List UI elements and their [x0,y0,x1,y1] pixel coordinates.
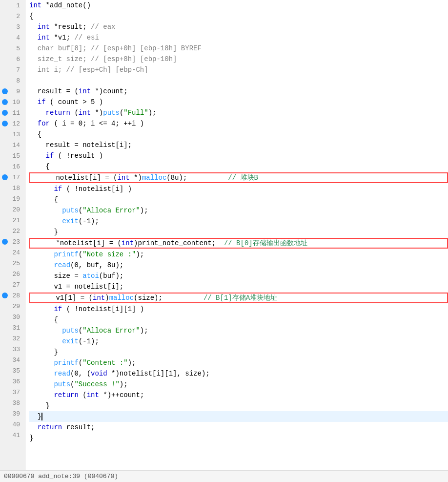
token-kw: int [79,87,91,95]
token-kw: int [122,239,134,247]
gutter-row: 39 [0,408,23,419]
token-plain: (-1); [79,337,99,345]
token-plain [29,152,46,160]
line-number: 9 [9,88,20,95]
code-line: puts("Success !"); [29,379,448,390]
token-plain: ); [120,380,128,388]
token-func: read [54,370,70,377]
token-plain: )print_note_content; [134,239,224,247]
line-number: 24 [9,249,20,256]
token-plain: (size); [134,294,163,302]
token-plain [29,305,54,313]
code-line: printf("Note size :"); [29,249,448,260]
gutter-row: 34 [0,355,23,365]
token-func: atoi [82,272,99,280]
code-line: return (int *)puts("Full"); [29,107,448,118]
gutter-row: 6 [0,54,23,64]
code-line: size = atoi(buf); [29,271,448,281]
code-line: v1[1] = (int)malloc(size); // B[1]存储A堆块地… [29,293,448,303]
gutter-row: 10 [0,97,23,107]
token-plain [29,185,54,193]
token-kw: return [54,391,78,399]
token-plain: ( count > 5 ) [46,98,103,106]
breakpoint-dot[interactable] [2,174,8,180]
code-line: } [29,347,448,357]
token-plain: ( [79,251,82,258]
gutter-row: 41 [0,430,23,440]
token-plain: *result; [50,23,91,31]
line-number: 32 [9,335,20,342]
code-line: result = (int *)count; [29,86,448,97]
gutter-row: 23 [0,236,23,247]
gutter-row: 31 [0,322,23,333]
code-line: char buf[8]; // [esp+0h] [ebp-18h] BYREF [29,43,448,54]
token-plain: *)++count; [99,391,144,399]
token-plain [29,327,62,335]
gutter-row: 32 [0,333,23,344]
breakpoint-dot[interactable] [2,239,8,245]
gutter-row: 37 [0,387,23,398]
breakpoint-dot[interactable] [2,88,8,94]
status-bar: 00000670 add_note:39 (0040670) [0,470,448,482]
gutter-row: 1 [0,0,23,11]
token-plain [29,98,38,106]
code-line: puts("Alloca Error"); [29,205,448,216]
token-plain: ( [70,380,74,388]
token-plain [29,23,38,31]
breakpoint-dot[interactable] [2,293,8,298]
token-kw: int [87,391,99,399]
token-func: malloc [109,294,134,302]
code-line: printf("Content :"); [29,357,448,368]
token-plain: } [29,228,58,236]
gutter-row: 7 [0,64,23,75]
token-plain: ( [70,109,79,117]
token-plain [29,370,54,377]
token-plain: result; [62,423,95,431]
token-comment: char buf[8]; // [esp+0h] [ebp-18h] BYREF [38,44,202,52]
token-plain: } [29,348,58,356]
gutter-row: 40 [0,419,23,430]
token-func: puts [62,207,79,214]
code-line: puts("Alloca Error"); [29,325,448,336]
code-lines[interactable]: int *add_note(){ int *result; // eax int… [25,0,448,470]
code-line [29,75,448,86]
gutter-row: 3 [0,21,23,32]
line-number: 34 [9,356,20,364]
token-plain [29,55,38,63]
token-str: "Alloca Error" [82,207,140,214]
code-line: { [29,314,448,325]
code-line: for ( i = 0; i <= 4; ++i ) [29,118,448,129]
code-line: { [29,11,448,21]
token-plain [29,423,38,431]
gutter-row: 29 [0,301,23,312]
token-func: read [54,261,70,269]
gutter-row: 30 [0,312,23,322]
token-str: "Alloca Error" [82,327,140,335]
breakpoint-dot[interactable] [2,99,8,105]
token-plain [29,120,38,127]
gutter-row: 21 [0,215,23,226]
token-plain: ); [128,359,136,367]
line-number: 21 [9,217,20,224]
token-plain: *) [130,174,142,182]
token-plain: *) [91,109,103,117]
breakpoint-dot[interactable] [2,121,8,126]
code-line: } [29,227,448,237]
gutter-row: 25 [0,258,23,269]
token-func: puts [62,327,79,335]
gutter-row: 16 [0,161,23,172]
token-kw: int [79,109,91,117]
line-number: 39 [9,410,20,418]
token-comment: int i; // [esp+Ch] [ebp-Ch] [38,66,148,74]
line-number: 27 [9,281,20,289]
line-number: 6 [9,56,20,63]
line-number: 10 [9,99,20,106]
line-number: 13 [9,131,20,138]
breakpoint-dot[interactable] [2,110,8,116]
line-number: 5 [9,45,20,52]
line-number: 15 [9,152,20,160]
gutter-row: 19 [0,193,23,204]
token-func: printf [54,359,78,367]
token-plain: ( !notelist[i] ) [62,185,132,193]
token-func: exit [62,337,79,345]
